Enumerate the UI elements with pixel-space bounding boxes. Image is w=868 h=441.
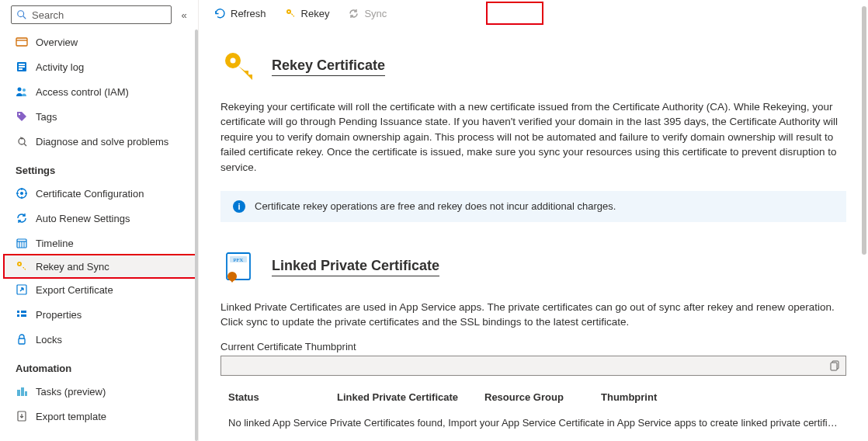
svg-rect-30 [21,314,26,317]
col-rg: Resource Group [484,391,601,403]
properties-icon [16,308,28,321]
sidebar-item-activity-log[interactable]: Activity log [0,54,198,79]
svg-rect-34 [25,391,27,396]
sidebar-section-settings: Settings [0,154,198,181]
thumbprint-label: Current Certificate Thumbprint [220,341,846,352]
svg-rect-45 [831,363,837,370]
sidebar-item-tags[interactable]: Tags [0,104,198,129]
rekey-description: Rekeying your certificate will roll the … [220,99,846,175]
table-header: Status Linked Private Certificate Resour… [220,385,846,409]
sidebar-item-label: Certificate Configuration [36,188,144,200]
collapse-sidebar-button[interactable]: « [176,9,192,21]
big-key-icon [220,48,258,85]
sidebar-item-overview[interactable]: Overview [0,30,198,54]
export-template-icon [16,410,28,422]
col-lpc: Linked Private Certificate [337,391,484,403]
svg-point-14 [20,192,23,195]
svg-line-12 [24,144,26,146]
table-empty-message: No linked App Service Private Certificat… [220,409,846,429]
export-icon [16,283,28,296]
key-icon [285,8,297,19]
sidebar-item-label: Access control (IAM) [36,86,129,98]
info-icon: i [233,200,245,213]
toolbar-label: Rekey [301,8,330,19]
sidebar-item-label: Tasks (preview) [36,386,106,398]
highlight-rekey [486,2,543,25]
sidebar-item-label: Export Certificate [36,284,113,296]
linked-section-header: PFX Linked Private Certificate [220,248,846,286]
svg-rect-29 [17,314,19,317]
sidebar-item-tasks[interactable]: Tasks (preview) [0,379,198,404]
auto-renew-icon [16,212,28,224]
linked-title: Linked Private Certificate [272,258,439,276]
sidebar-item-certificate-configuration[interactable]: Certificate Configuration [0,181,198,206]
col-thumb: Thumbprint [601,391,838,403]
sidebar-item-diagnose[interactable]: Diagnose and solve problems [0,129,198,154]
sidebar-item-properties[interactable]: Properties [0,302,198,327]
rekey-section-header: Rekey Certificate [220,48,846,85]
sidebar-item-rekey-and-sync[interactable]: Rekey and Sync [3,254,196,279]
certificate-config-icon [16,187,28,200]
sidebar-item-label: Diagnose and solve problems [36,136,168,148]
sidebar-item-label: Activity log [36,61,84,73]
lock-icon [16,333,28,346]
svg-rect-33 [21,387,24,396]
tags-icon [16,110,28,123]
svg-point-0 [18,11,24,17]
sync-button: Sync [340,3,394,25]
sidebar-item-auto-renew[interactable]: Auto Renew Settings [0,206,198,231]
svg-line-1 [23,16,26,19]
sidebar-item-export-certificate[interactable]: Export Certificate [0,277,198,302]
svg-rect-31 [19,339,25,344]
sidebar-item-label: Tags [36,111,57,123]
svg-point-37 [287,11,289,12]
sidebar-item-label: Timeline [36,238,74,249]
sidebar-item-label: Properties [36,309,82,321]
access-control-icon [16,85,28,98]
info-banner: i Certificate rekey operations are free … [220,191,846,222]
overview-icon [16,36,28,48]
sidebar-item-access-control[interactable]: Access control (IAM) [0,79,198,104]
svg-rect-5 [19,64,25,65]
svg-point-39 [231,57,236,63]
sidebar-item-label: Auto Renew Settings [36,213,130,224]
search-icon [16,9,27,20]
svg-point-25 [19,263,20,265]
sidebar-item-export-template[interactable]: Export template [0,404,198,429]
sidebar-scrollbar[interactable] [195,30,198,441]
svg-rect-6 [19,66,25,68]
key-icon [16,260,28,273]
svg-rect-27 [17,311,19,313]
toolbar: Refresh Rekey Sync [199,0,868,28]
linked-description: Linked Private Certificates are used in … [220,300,846,330]
pfx-certificate-icon: PFX [220,248,258,286]
sidebar-item-label: Export template [36,411,106,422]
rekey-button[interactable]: Rekey [277,3,338,25]
sync-icon [348,8,359,19]
activity-log-icon [16,61,28,73]
sidebar-item-label: Overview [36,36,78,48]
toolbar-label: Sync [364,8,387,19]
search-input[interactable] [32,9,166,21]
svg-rect-2 [16,38,27,46]
svg-point-8 [18,88,22,92]
info-text: Certificate rekey operations are free an… [255,200,616,212]
thumbprint-field[interactable] [220,356,846,376]
main-panel: Refresh Rekey Sync Rekey Certificate Rek… [199,0,868,441]
svg-text:PFX: PFX [234,257,244,263]
sidebar: « Overview Activity log Access control (… [0,0,199,441]
sidebar-item-timeline[interactable]: Timeline [0,231,198,255]
sidebar-item-locks[interactable]: Locks [0,327,198,352]
diagnose-icon [16,135,28,148]
toolbar-label: Refresh [231,8,266,19]
sidebar-section-automation: Automation [0,352,198,379]
tasks-icon [16,385,28,398]
svg-rect-32 [17,390,20,396]
copy-icon[interactable] [830,360,841,371]
search-box[interactable] [11,5,172,24]
svg-rect-28 [21,311,26,313]
refresh-button[interactable]: Refresh [207,3,274,25]
col-status: Status [228,391,337,403]
refresh-icon [214,8,226,19]
main-scrollbar[interactable] [862,6,866,435]
